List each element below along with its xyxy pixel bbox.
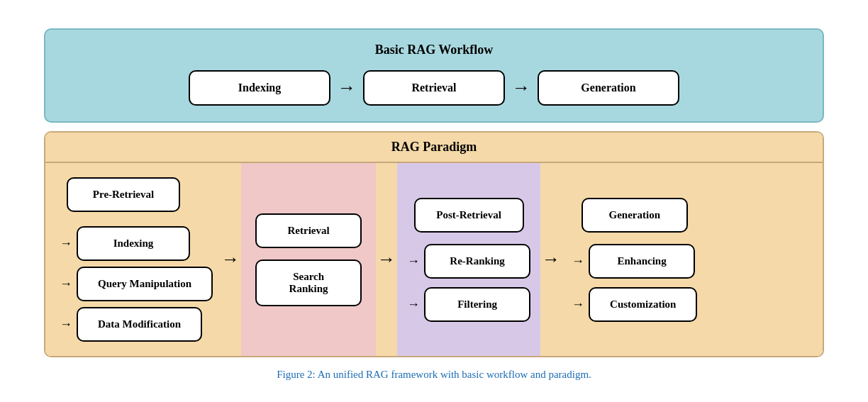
query-manipulation-box: Query Manipulation (77, 267, 213, 301)
col-post-retrieval: Post-Retrieval → Re-Ranking → Filtering (397, 163, 540, 356)
retrieval-main-box: Retrieval (255, 213, 362, 248)
filtering-arrow: → (407, 297, 420, 312)
top-section: Basic RAG Workflow Indexing → Retrieval … (44, 28, 824, 123)
customization-row: → Customization (572, 287, 697, 322)
arrow-col1-col2: → (220, 163, 241, 356)
data-mod-arrow: → (60, 317, 72, 332)
top-generation-box: Generation (538, 70, 679, 106)
filtering-row: → Filtering (407, 287, 530, 322)
bottom-section-title: RAG Paradigm (45, 133, 823, 163)
top-arrow-2: → (512, 77, 530, 99)
post-sub-items: → Re-Ranking → Filtering (407, 244, 530, 322)
figure-caption: Figure 2: An unified RAG framework with … (44, 369, 824, 381)
enhancing-box: Enhancing (589, 244, 695, 279)
enhancing-row: → Enhancing (572, 244, 697, 279)
customization-box: Customization (589, 287, 697, 322)
query-manip-sub-row: → Query Manipulation (60, 267, 213, 301)
bottom-section: RAG Paradigm Pre-Retrieval → Indexing → … (44, 131, 824, 357)
indexing-sub-box: Indexing (77, 226, 190, 261)
generation-sub-items: → Enhancing → Customization (572, 244, 697, 322)
enhancing-arrow: → (572, 254, 584, 269)
col-retrieval: Retrieval SearchRanking (241, 163, 376, 356)
top-indexing-box: Indexing (189, 70, 330, 106)
post-retrieval-main-box: Post-Retrieval (414, 198, 524, 233)
generation-main-box: Generation (582, 198, 688, 233)
re-ranking-arrow: → (407, 254, 420, 269)
customization-arrow: → (572, 297, 584, 312)
data-mod-sub-row: → Data Modification (60, 307, 202, 342)
data-modification-box: Data Modification (77, 307, 202, 342)
filtering-box: Filtering (424, 287, 530, 322)
top-flow-row: Indexing → Retrieval → Generation (67, 70, 801, 106)
indexing-arrow: → (60, 236, 72, 251)
top-arrow-1: → (338, 77, 356, 99)
top-section-title: Basic RAG Workflow (67, 43, 801, 57)
col-pre-retrieval: Pre-Retrieval → Indexing → Query Manipul… (45, 163, 220, 356)
query-manip-arrow: → (60, 277, 72, 291)
indexing-sub-row: → Indexing (60, 226, 190, 261)
col-generation: Generation → Enhancing → Customization (562, 163, 707, 356)
arrow-col2-col3: → (376, 163, 397, 356)
bottom-content: Pre-Retrieval → Indexing → Query Manipul… (45, 163, 823, 356)
pre-retrieval-main-box: Pre-Retrieval (67, 177, 180, 212)
arrow-col3-col4: → (540, 163, 562, 356)
re-ranking-box: Re-Ranking (424, 244, 530, 279)
search-ranking-box: SearchRanking (255, 259, 362, 306)
top-retrieval-box: Retrieval (363, 70, 505, 106)
re-ranking-row: → Re-Ranking (407, 244, 530, 279)
diagram-wrapper: Basic RAG Workflow Indexing → Retrieval … (44, 14, 824, 388)
